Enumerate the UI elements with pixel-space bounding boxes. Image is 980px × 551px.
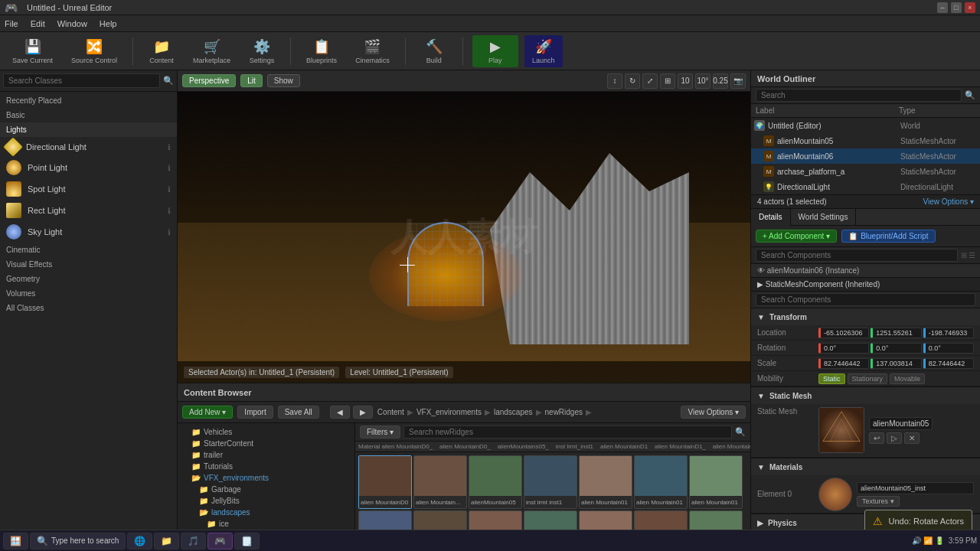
- path-landscapes[interactable]: landscapes: [494, 408, 533, 416]
- translate-icon[interactable]: ↕: [607, 73, 622, 89]
- sky-light-info-icon[interactable]: ℹ: [168, 228, 171, 236]
- movable-mobility-button[interactable]: Movable: [890, 373, 925, 384]
- search-taskbar-button[interactable]: 🔍 Type here to search: [30, 533, 126, 549]
- path-vfx[interactable]: VFX_environments: [416, 408, 482, 416]
- taskbar-unreal[interactable]: 🎮: [207, 533, 233, 549]
- location-z-input[interactable]: -198.746933: [923, 328, 974, 338]
- minimize-button[interactable]: –: [937, 2, 948, 13]
- directional-light-item[interactable]: Directional Light ℹ: [0, 137, 177, 157]
- geometry-section[interactable]: Geometry: [0, 272, 177, 286]
- thumb-6[interactable]: alien Mountain01: [689, 455, 743, 509]
- maximize-button[interactable]: □: [951, 2, 962, 13]
- view-options-button[interactable]: View Options ▾: [923, 197, 974, 206]
- textures-button[interactable]: Textures ▾: [857, 496, 900, 507]
- save-all-button[interactable]: Save All: [278, 406, 319, 419]
- basic-section[interactable]: Basic: [0, 108, 177, 122]
- forward-button[interactable]: ▶: [353, 406, 373, 419]
- visual-effects-section[interactable]: Visual Effects: [0, 257, 177, 272]
- filter-button[interactable]: Filters ▾: [360, 425, 400, 439]
- taskbar-browser[interactable]: 🌐: [127, 533, 152, 549]
- folder-vehicles[interactable]: 📁 Vehicles: [181, 426, 351, 438]
- tab-details[interactable]: Details: [751, 209, 791, 226]
- static-mesh-component-item[interactable]: ▶ StaticMeshComponent (Inherited): [751, 278, 980, 292]
- wo-item-directional-light[interactable]: 💡 DirectionalLight DirectionalLight: [751, 179, 980, 194]
- location-x-input[interactable]: -65.1026306: [818, 328, 869, 338]
- add-component-button[interactable]: + Add Component ▾: [756, 230, 837, 243]
- blueprints-button[interactable]: 📋 Blueprints: [300, 35, 343, 67]
- thumb-3[interactable]: inst lrmt inst1: [524, 455, 577, 509]
- component-filter-input[interactable]: [756, 293, 975, 306]
- marketplace-button[interactable]: 🛒 Marketplace: [187, 35, 237, 67]
- sky-light-item[interactable]: Sky Light ℹ: [0, 221, 177, 243]
- folder-starter-content[interactable]: 📁 StarterContent: [181, 438, 351, 449]
- blueprint-script-button[interactable]: 📋 Blueprint/Add Script: [841, 230, 935, 243]
- thumb-5[interactable]: alien Mountain01: [634, 455, 688, 509]
- content-search-input[interactable]: [403, 425, 732, 439]
- settings-button[interactable]: ⚙️ Settings: [243, 35, 281, 67]
- rect-light-info-icon[interactable]: ℹ: [168, 207, 171, 215]
- show-button[interactable]: Show: [267, 74, 300, 87]
- volumes-section[interactable]: Volumes: [0, 286, 177, 301]
- add-new-button[interactable]: Add New ▾: [182, 406, 233, 419]
- grid-snap-icon[interactable]: ⊞: [660, 73, 675, 89]
- rect-light-item[interactable]: Rect Light ℹ: [0, 200, 177, 221]
- mesh-name-display[interactable]: alienMountain05: [869, 417, 933, 430]
- cinematic-section[interactable]: Cinematic: [0, 243, 177, 257]
- materials-header[interactable]: ▼ Materials: [751, 458, 980, 475]
- viewport[interactable]: 人人素材 Selected Actor(s) in: Untitled_1 (P…: [178, 92, 750, 383]
- location-y-input[interactable]: 1251.55261: [871, 328, 921, 338]
- wo-item-mountain05[interactable]: M alienMountain05 StaticMeshActor: [751, 133, 980, 148]
- thumb-0[interactable]: alien MountainD0: [358, 455, 412, 509]
- close-button[interactable]: ×: [965, 2, 975, 13]
- point-light-item[interactable]: Point Light ℹ: [0, 157, 177, 178]
- static-mobility-button[interactable]: Static: [818, 373, 845, 384]
- path-newridges[interactable]: newRidges: [545, 408, 583, 416]
- folder-garbage[interactable]: 📁 Garbage: [181, 484, 351, 495]
- thumb-1[interactable]: alien Mountain...: [413, 455, 467, 509]
- point-light-info-icon[interactable]: ℹ: [168, 164, 171, 172]
- scale-icon[interactable]: ⤢: [642, 73, 658, 89]
- folder-tutorials[interactable]: 📁 Tutorials: [181, 461, 351, 472]
- taskbar-explorer[interactable]: 📁: [154, 533, 179, 549]
- grid-size-btn[interactable]: 10: [678, 73, 693, 89]
- folder-landscapes[interactable]: 📂 landscapes: [181, 507, 351, 518]
- perspective-button[interactable]: Perspective: [182, 74, 236, 87]
- import-button[interactable]: Import: [237, 406, 273, 419]
- browse-mesh-button[interactable]: ↩: [869, 432, 884, 444]
- folder-vfx-environments[interactable]: 📂 VFX_environments: [181, 472, 351, 484]
- scale-y-input[interactable]: 137.003814: [871, 358, 921, 369]
- scale-z-input[interactable]: 82.7446442: [923, 358, 974, 369]
- menu-window[interactable]: Window: [57, 19, 87, 28]
- class-search-input[interactable]: [3, 73, 160, 88]
- menu-file[interactable]: File: [5, 19, 18, 28]
- content-button[interactable]: 📁 Content: [142, 35, 181, 67]
- menu-edit[interactable]: Edit: [31, 19, 45, 28]
- all-classes-section[interactable]: All Classes: [0, 301, 177, 315]
- folder-ice[interactable]: 📁 ice: [181, 518, 351, 530]
- wo-item-archase[interactable]: M archase_platform_a StaticMeshActor: [751, 164, 980, 179]
- rotation-z-input[interactable]: 0.0°: [923, 343, 974, 354]
- material-name-display[interactable]: alienMountain05_inst: [857, 482, 974, 494]
- rotate-icon[interactable]: ↻: [625, 73, 640, 89]
- static-mesh-header[interactable]: ▼ Static Mesh: [751, 387, 980, 404]
- folder-trailer[interactable]: 📁 trailer: [181, 449, 351, 461]
- wo-item-editor[interactable]: 🌍 Untitled (Editor) World: [751, 118, 980, 133]
- rotation-y-input[interactable]: 0.0°: [871, 343, 921, 354]
- directional-light-info-icon[interactable]: ℹ: [168, 143, 171, 152]
- scale-x-input[interactable]: 82.7446442: [818, 358, 869, 369]
- stationary-mobility-button[interactable]: Stationary: [848, 373, 888, 384]
- camera-speed-icon[interactable]: 📷: [730, 73, 746, 89]
- angle-snap-icon[interactable]: 10°: [695, 73, 710, 89]
- world-outliner-search-input[interactable]: [756, 89, 962, 102]
- wo-item-mountain06[interactable]: M alienMountain06 StaticMeshActor: [751, 148, 980, 164]
- cinematics-button[interactable]: 🎬 Cinematics: [349, 35, 396, 67]
- taskbar-note[interactable]: 🗒️: [234, 533, 260, 549]
- lights-section[interactable]: Lights: [0, 122, 177, 137]
- recently-placed-section[interactable]: Recently Placed: [0, 93, 177, 108]
- launch-button[interactable]: 🚀 Launch: [524, 35, 563, 67]
- thumb-2[interactable]: alienMountain05: [469, 455, 522, 509]
- play-button[interactable]: ▶ Play: [472, 35, 518, 67]
- source-control-button[interactable]: 🔀 Source Control: [65, 35, 123, 67]
- scale-snap-btn[interactable]: 0.25: [713, 73, 728, 89]
- build-button[interactable]: 🔨 Build: [415, 35, 453, 67]
